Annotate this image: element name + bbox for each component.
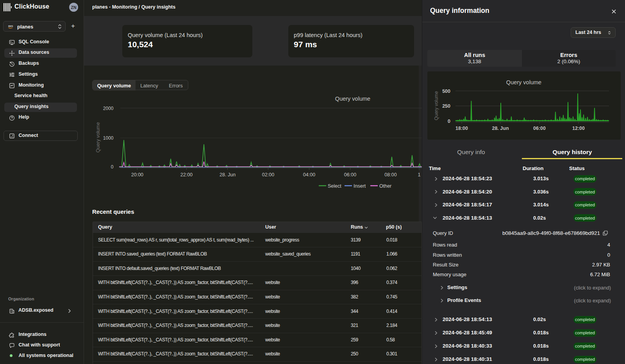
svg-text:250: 250 xyxy=(442,103,450,109)
svg-text:12:00: 12:00 xyxy=(572,126,585,131)
svg-text:1000: 1000 xyxy=(103,135,114,141)
svg-text:04:00: 04:00 xyxy=(303,172,315,178)
svg-text:18:00: 18:00 xyxy=(455,126,468,131)
svg-text:aws: aws xyxy=(8,25,13,27)
svg-text:Select: Select xyxy=(328,183,341,189)
svg-text:Query volume: Query volume xyxy=(335,96,370,102)
svg-text:22:00: 22:00 xyxy=(180,172,193,178)
svg-text:500: 500 xyxy=(442,89,450,94)
svg-text:0: 0 xyxy=(448,119,450,124)
svg-text:Insert: Insert xyxy=(354,183,366,189)
svg-text:06:00: 06:00 xyxy=(533,126,546,131)
svg-text:06:00: 06:00 xyxy=(344,172,356,178)
svg-text:Other: Other xyxy=(379,183,391,189)
svg-text:28. Jun: 28. Jun xyxy=(220,172,236,178)
svg-text:08:00: 08:00 xyxy=(384,172,396,178)
svg-text:2000: 2000 xyxy=(103,106,114,111)
svg-text:1: 1 xyxy=(418,172,421,178)
svg-text:Query volume: Query volume xyxy=(506,79,541,85)
svg-text:0: 0 xyxy=(111,164,114,170)
svg-text:02:00: 02:00 xyxy=(262,172,274,178)
svg-text:28. Jun: 28. Jun xyxy=(492,126,509,131)
svg-text:Query volume: Query volume xyxy=(95,122,101,153)
svg-text:20:00: 20:00 xyxy=(131,172,143,178)
svg-text:Query volume: Query volume xyxy=(434,91,439,120)
